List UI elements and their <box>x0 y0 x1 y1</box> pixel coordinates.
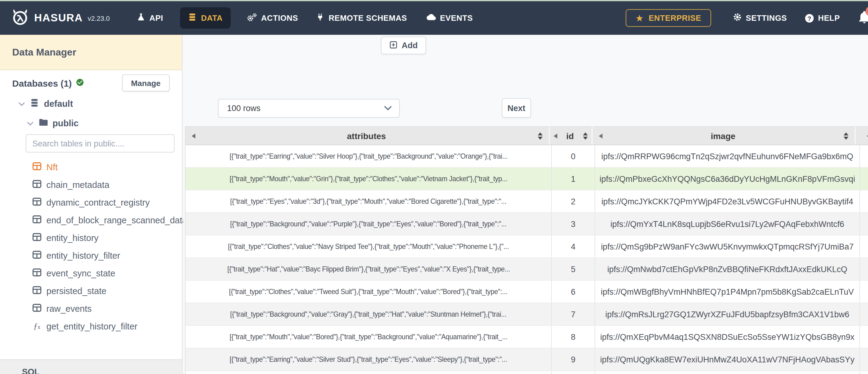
enterprise-button[interactable]: ★ ENTERPRISE <box>626 9 711 27</box>
sidebar-table-item[interactable]: entity_history_filter <box>0 247 182 264</box>
cell-id: 8 <box>551 326 594 348</box>
help-button[interactable]: ? HELP <box>805 13 840 23</box>
cell-image: ipfs://QmUQgKka8EW7exiUHnMwZ4UoXA11wV7NF… <box>594 348 860 370</box>
cell-attributes: [{"trait_type":"Background","value":"Gra… <box>186 303 551 325</box>
nav-tab-api[interactable]: API <box>137 13 163 23</box>
column-header-id: id <box>549 127 591 145</box>
plus-square-icon <box>390 40 397 50</box>
chevron-down-icon <box>384 104 392 113</box>
table-grid-icon <box>32 250 41 260</box>
nav-tab-events[interactable]: EVENTS <box>427 13 473 23</box>
cell-id: 0 <box>551 145 594 167</box>
cell-partial <box>860 236 868 257</box>
rows-per-page-select[interactable]: 100 rows <box>218 99 400 118</box>
cell-partial <box>860 145 868 167</box>
notifications-button[interactable]: 8 <box>858 10 868 26</box>
manage-button[interactable]: Manage <box>122 74 170 92</box>
cell-attributes: [{"trait_type":"Earring","value":"Silver… <box>186 145 551 167</box>
sidebar-function-item[interactable]: ƒx get_entity_history_filter <box>0 317 182 335</box>
cell-attributes: [{"trait_type":"Earring","value":"Silver… <box>186 348 551 370</box>
table-grid-icon <box>32 286 41 295</box>
table-row: [{"trait_type":"Hat","value":"Bayc Flipp… <box>186 258 868 281</box>
table-name: entity_history_filter <box>46 250 120 260</box>
sort-icon[interactable] <box>844 132 848 139</box>
star-icon: ★ <box>636 13 644 23</box>
sidebar-table-item[interactable]: end_of_block_range_scanned_data <box>0 211 182 229</box>
gears-icon <box>246 13 257 23</box>
collapse-column-icon[interactable] <box>599 133 602 138</box>
table-header-row: attributes id image <box>186 127 868 145</box>
chevron-down-icon[interactable] <box>18 99 25 108</box>
sidebar-table-item[interactable]: entity_history <box>0 229 182 247</box>
table-row: [{"trait_type":"Clothes","value":"Navy S… <box>186 236 868 258</box>
tree-node-schema-public[interactable]: public <box>27 117 182 130</box>
nav-tab-remote-schemas[interactable]: REMOTE SCHEMAS <box>316 13 407 23</box>
database-icon <box>30 98 39 109</box>
column-header-image: image <box>591 127 855 145</box>
function-name: get_entity_history_filter <box>46 321 137 331</box>
settings-button[interactable]: SETTINGS <box>733 13 787 23</box>
cell-attributes: [{"trait_type":"Clothes","value":"Navy S… <box>186 236 551 257</box>
sidebar-table-item[interactable]: persisted_state <box>0 282 182 300</box>
column-header-attributes: attributes <box>186 127 549 145</box>
nav-tab-data-active[interactable]: DATA <box>180 7 231 29</box>
sidebar-table-item-nft[interactable]: Nft <box>0 158 182 176</box>
collapse-column-icon[interactable] <box>192 133 195 138</box>
enterprise-label: ENTERPRISE <box>649 13 701 23</box>
function-fx-icon: ƒx <box>32 321 41 331</box>
sort-icon[interactable] <box>583 132 588 139</box>
cell-partial <box>860 303 868 325</box>
cell-id: 1 <box>551 168 594 190</box>
cell-attributes: [{"trait_type":"Eyes","value":"3d"},{"tr… <box>186 190 551 212</box>
cell-partial <box>860 168 868 190</box>
sidebar-table-item[interactable]: dynamic_contract_registry <box>0 193 182 211</box>
tree-node-database-default[interactable]: default <box>18 97 182 111</box>
sidebar-table-item[interactable]: raw_events <box>0 300 182 317</box>
table-search <box>26 134 174 153</box>
cell-image: ipfs://QmPbxeGcXhYQQNgsC6a36dDyYUcHgMLnG… <box>594 168 860 190</box>
table-body: [{"trait_type":"Earring","value":"Silver… <box>186 145 868 374</box>
column-label: id <box>557 131 583 141</box>
main-content: Add 100 rows Next attributes id <box>183 35 868 374</box>
cell-image: ipfs://QmYxT4LnK8sqLupjbS6eRvu1si7Ly2wFQ… <box>594 213 860 235</box>
table-grid-icon <box>32 162 41 172</box>
hasura-logo-icon <box>11 8 29 28</box>
top-navbar: HASURA v2.23.0 API DATA <box>0 1 868 35</box>
collapse-column-icon[interactable] <box>867 133 868 138</box>
nav-tab-label: EVENTS <box>440 13 473 23</box>
hasura-console: HASURA v2.23.0 API DATA <box>0 0 868 374</box>
table-row-highlighted: [{"trait_type":"Mouth","value":"Grin"},{… <box>186 168 868 190</box>
cell-image: ipfs://QmNwbd7ctEhGpVkP8nZvBBQfiNeFKRdxf… <box>594 258 860 280</box>
settings-label: SETTINGS <box>746 13 787 23</box>
sort-icon[interactable] <box>537 132 542 139</box>
collapse-column-icon[interactable] <box>553 133 557 138</box>
sql-label: SQL <box>22 367 40 374</box>
nav-tab-label: ACTIONS <box>261 13 298 23</box>
search-tables-input[interactable] <box>26 134 175 153</box>
next-page-button[interactable]: Next <box>502 98 531 118</box>
databases-label-group: Databases (1) <box>12 78 84 88</box>
nav-tab-actions[interactable]: ACTIONS <box>246 13 298 23</box>
table-grid-icon <box>32 197 41 207</box>
cell-attributes: [{"trait_type":"Background","value":"Pur… <box>186 213 551 235</box>
sidebar-table-item[interactable]: chain_metadata <box>0 176 182 193</box>
table-name: chain_metadata <box>46 180 109 189</box>
hasura-logo[interactable]: HASURA v2.23.0 <box>11 8 110 28</box>
table-grid-icon <box>32 215 41 225</box>
cell-attributes: [{"trait_type":"Mouth","value":"Grin"},{… <box>186 168 551 190</box>
table-row: [{"trait_type":"Mouth","value":"Bored"},… <box>186 326 868 348</box>
cell-id: 6 <box>551 281 594 303</box>
sidebar-table-item[interactable]: event_sync_state <box>0 264 182 282</box>
add-row-button[interactable]: Add <box>381 37 426 54</box>
cell-partial <box>860 258 868 280</box>
table-grid-icon <box>32 180 41 189</box>
version-label[interactable]: v2.23.0 <box>88 14 110 22</box>
nav-tab-label: DATA <box>201 13 223 23</box>
chevron-down-icon[interactable] <box>27 118 34 128</box>
cell-id: 3 <box>551 213 594 235</box>
check-circle-icon <box>75 78 84 88</box>
cell-attributes: [{"trait_type":"Mouth","value":"Bored"},… <box>186 326 551 348</box>
table-name: dynamic_contract_registry <box>46 197 150 207</box>
sidebar-sql-section[interactable]: SQL <box>0 360 182 374</box>
table-row-partial <box>186 371 868 374</box>
